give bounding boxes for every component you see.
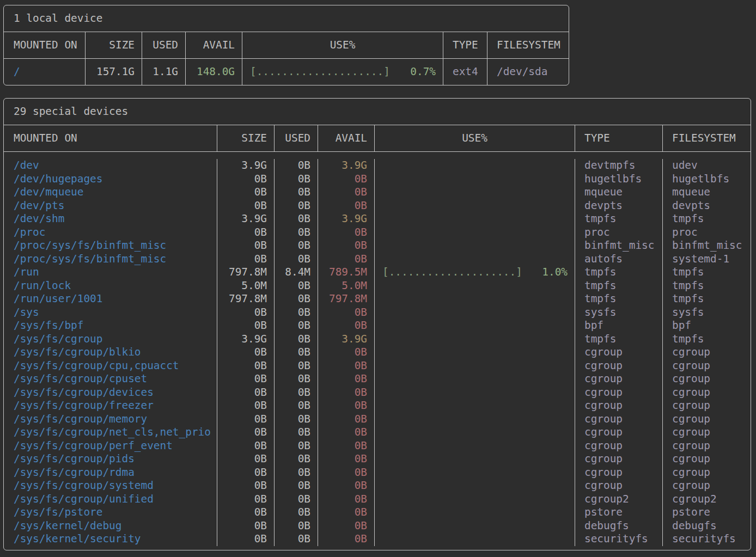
avail-value: 0B bbox=[318, 452, 375, 466]
use-percent-cell: [....................]0.7% bbox=[242, 59, 443, 85]
column-header-size: SIZE bbox=[86, 32, 142, 58]
use-percent-cell bbox=[375, 173, 575, 186]
column-header-use-percent: USE% bbox=[242, 32, 443, 58]
mount-point: /dev bbox=[4, 159, 217, 173]
type-value: cgroup bbox=[575, 413, 663, 426]
use-percent-cell bbox=[375, 452, 575, 466]
device-row: /proc0B0B0Bprocproc bbox=[4, 226, 751, 240]
avail-value: 797.8M bbox=[318, 292, 375, 306]
usage-percent: 0.7% bbox=[410, 59, 436, 85]
device-row: /dev3.9G0B3.9Gdevtmpfsudev bbox=[4, 159, 751, 173]
mount-point: /proc/sys/fs/binfmt_misc bbox=[4, 253, 217, 266]
size-value: 0B bbox=[217, 506, 275, 519]
size-value: 0B bbox=[217, 466, 275, 480]
use-percent-cell bbox=[375, 359, 575, 373]
device-row: /run/user/1001797.8M0B797.8Mtmpfstmpfs bbox=[4, 292, 751, 306]
used-value: 0B bbox=[275, 333, 318, 346]
use-percent-cell bbox=[375, 159, 575, 173]
use-percent-cell bbox=[375, 253, 575, 266]
type-value: tmpfs bbox=[575, 212, 663, 226]
column-header-filesystem: FILESYSTEM bbox=[487, 32, 569, 58]
device-row: /sys/fs/cgroup3.9G0B3.9Gtmpfstmpfs bbox=[4, 333, 751, 346]
mount-point: /sys/fs/pstore bbox=[4, 506, 217, 519]
device-row: /sys/kernel/security0B0B0Bsecurityfssecu… bbox=[4, 532, 751, 546]
column-header-type: TYPE bbox=[443, 32, 487, 58]
used-value: 0B bbox=[275, 386, 318, 400]
mount-point: /sys/fs/cgroup/freezer bbox=[4, 399, 217, 413]
type-value: debugfs bbox=[575, 519, 663, 533]
mount-point: /sys/fs/cgroup/net_cls,net_prio bbox=[4, 426, 217, 439]
use-percent-cell bbox=[375, 439, 575, 453]
device-row: /sys/fs/cgroup/systemd0B0B0Bcgroupcgroup bbox=[4, 479, 751, 493]
type-value: autofs bbox=[575, 253, 663, 266]
filesystem-value: cgroup bbox=[663, 346, 751, 359]
use-percent-cell bbox=[375, 506, 575, 519]
used-value: 0B bbox=[275, 239, 318, 253]
device-row: /sys/fs/cgroup/net_cls,net_prio0B0B0Bcgr… bbox=[4, 426, 751, 439]
use-percent-cell bbox=[375, 306, 575, 320]
avail-value: 0B bbox=[318, 173, 375, 186]
type-value: cgroup bbox=[575, 359, 663, 373]
mount-point: /sys/fs/cgroup/perf_event bbox=[4, 439, 217, 453]
size-value: 157.1G bbox=[86, 59, 142, 85]
type-value: cgroup2 bbox=[575, 493, 663, 506]
filesystem-value: tmpfs bbox=[663, 266, 751, 279]
avail-value: 0B bbox=[318, 186, 375, 199]
use-percent-cell bbox=[375, 399, 575, 413]
mount-point: /proc/sys/fs/binfmt_misc bbox=[4, 239, 217, 253]
used-value: 0B bbox=[275, 199, 318, 213]
filesystem-value: cgroup bbox=[663, 359, 751, 373]
device-row: /sys/fs/cgroup/unified0B0B0Bcgroup2cgrou… bbox=[4, 493, 751, 506]
used-value: 0B bbox=[275, 466, 318, 480]
filesystem-value: tmpfs bbox=[663, 279, 751, 293]
special-devices-body: /dev3.9G0B3.9Gdevtmpfsudev/dev/hugepages… bbox=[4, 152, 751, 550]
used-value: 8.4M bbox=[275, 266, 318, 279]
type-value: cgroup bbox=[575, 426, 663, 439]
usage-bar: [....................] bbox=[250, 59, 390, 85]
size-value: 0B bbox=[217, 319, 275, 333]
mount-point: /sys/fs/bpf bbox=[4, 319, 217, 333]
avail-value: 0B bbox=[318, 466, 375, 480]
column-header-avail: AVAIL bbox=[318, 125, 375, 151]
used-value: 0B bbox=[275, 399, 318, 413]
size-value: 0B bbox=[217, 199, 275, 213]
use-percent-cell bbox=[375, 212, 575, 226]
size-value: 0B bbox=[217, 413, 275, 426]
device-row: /sys/kernel/debug0B0B0Bdebugfsdebugfs bbox=[4, 519, 751, 533]
used-value: 0B bbox=[275, 279, 318, 293]
device-row: /sys/fs/cgroup/memory0B0B0Bcgroupcgroup bbox=[4, 413, 751, 426]
avail-value: 0B bbox=[318, 493, 375, 506]
device-row: /sys/fs/cgroup/perf_event0B0B0Bcgroupcgr… bbox=[4, 439, 751, 453]
use-percent-cell bbox=[375, 346, 575, 359]
type-value: sysfs bbox=[575, 306, 663, 320]
type-value: mqueue bbox=[575, 186, 663, 199]
filesystem-value: debugfs bbox=[663, 519, 751, 533]
use-percent-cell bbox=[375, 532, 575, 546]
use-percent-cell bbox=[375, 333, 575, 346]
column-header-size: SIZE bbox=[217, 125, 275, 151]
use-percent-cell bbox=[375, 226, 575, 240]
device-row: /run/lock5.0M0B5.0Mtmpfstmpfs bbox=[4, 279, 751, 293]
avail-value: 3.9G bbox=[318, 212, 375, 226]
avail-value: 0B bbox=[318, 372, 375, 386]
mount-point: /sys/fs/cgroup/memory bbox=[4, 413, 217, 426]
used-value: 0B bbox=[275, 493, 318, 506]
local-devices-title: 1 local device bbox=[4, 5, 569, 32]
use-percent-cell bbox=[375, 466, 575, 480]
mount-point: /sys/fs/cgroup bbox=[4, 333, 217, 346]
filesystem-value: /dev/sda bbox=[487, 59, 569, 85]
used-value: 0B bbox=[275, 359, 318, 373]
type-value: securityfs bbox=[575, 532, 663, 546]
filesystem-value: cgroup bbox=[663, 372, 751, 386]
mount-point: /dev/mqueue bbox=[4, 186, 217, 199]
device-row: /sys/fs/cgroup/devices0B0B0Bcgroupcgroup bbox=[4, 386, 751, 400]
size-value: 3.9G bbox=[217, 212, 275, 226]
avail-value: 0B bbox=[318, 239, 375, 253]
filesystem-value: securityfs bbox=[663, 532, 751, 546]
size-value: 0B bbox=[217, 439, 275, 453]
filesystem-value: bpf bbox=[663, 319, 751, 333]
filesystem-value: pstore bbox=[663, 506, 751, 519]
use-percent-cell: [....................]1.0% bbox=[375, 266, 575, 279]
avail-value: 148.0G bbox=[186, 59, 242, 85]
mount-point: /sys/fs/cgroup/rdma bbox=[4, 466, 217, 480]
